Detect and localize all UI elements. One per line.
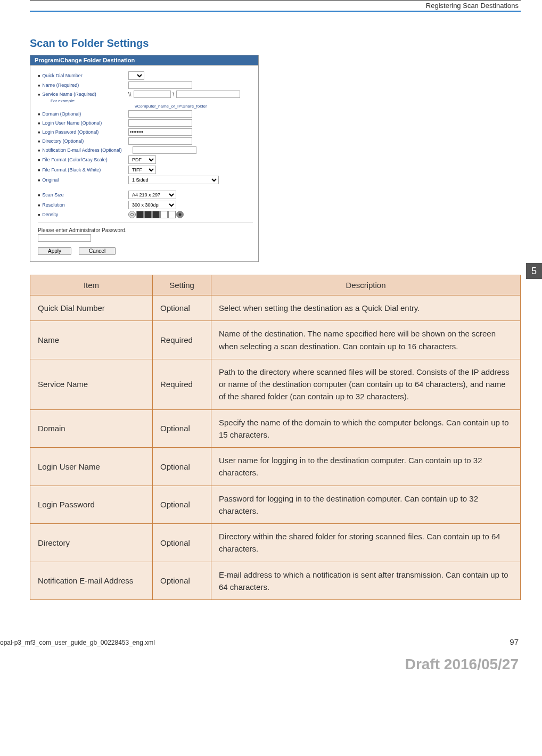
density-step[interactable] <box>152 211 160 218</box>
label-original: Original <box>38 177 128 183</box>
col-description: Description <box>211 275 521 295</box>
admin-pw-label: Please enter Administrator Password. <box>38 227 127 233</box>
label-ff-bw: File Format (Black & White) <box>38 167 128 172</box>
cancel-button[interactable]: Cancel <box>79 247 116 255</box>
draft-watermark: Draft 2016/05/27 <box>0 656 521 673</box>
col-item: Item <box>30 275 153 295</box>
footer-filename: opal-p3_mf3_com_user_guide_gb_00228453_e… <box>0 639 155 646</box>
directory-input[interactable] <box>128 137 192 145</box>
table-row: NameRequiredName of the destination. The… <box>30 321 521 359</box>
ff-color-select[interactable]: PDF <box>128 155 156 164</box>
service-share-input[interactable] <box>176 91 240 98</box>
table-row: Login User NameOptionalUser name for log… <box>30 448 521 486</box>
table-row: Quick Dial NumberOptionalSelect when set… <box>30 295 521 321</box>
page-heading: Scan to Folder Settings <box>30 37 521 50</box>
density-lighter-icon[interactable] <box>128 211 136 218</box>
quick-dial-select[interactable] <box>128 71 144 80</box>
domain-input[interactable] <box>128 110 192 118</box>
table-row: Notification E-mail AddressOptionalE-mai… <box>30 562 521 600</box>
label-login-user: Login User Name (Optional) <box>38 120 128 126</box>
label-resolution: Resolution <box>38 202 128 208</box>
label-notif: Notification E-mail Address (Optional) <box>38 147 133 153</box>
apply-button[interactable]: Apply <box>38 247 71 255</box>
example-label: For example: <box>51 98 76 103</box>
density-darker-icon[interactable] <box>176 211 184 218</box>
density-step[interactable] <box>144 211 152 218</box>
header-section-title: Registering Scan Destinations <box>30 0 521 12</box>
density-control[interactable] <box>128 211 253 218</box>
label-domain: Domain (Optional) <box>38 111 128 117</box>
admin-pw-input[interactable] <box>38 234 91 242</box>
label-directory: Directory (Optional) <box>38 138 128 144</box>
label-quick-dial: Quick Dial Number <box>38 73 128 78</box>
ff-bw-select[interactable]: TIFF <box>128 166 156 174</box>
login-pw-input[interactable] <box>128 128 192 136</box>
table-row: Service NameRequiredPath to the director… <box>30 359 521 409</box>
label-ff-color: File Format (Color/Gray Scale) <box>38 157 128 162</box>
settings-description-table: Item Setting Description Quick Dial Numb… <box>30 275 521 600</box>
scan-size-select[interactable]: A4 210 x 297 <box>128 191 176 199</box>
col-setting: Setting <box>153 275 211 295</box>
login-user-input[interactable] <box>128 119 192 127</box>
table-row: DomainOptionalSpecify the name of the do… <box>30 409 521 448</box>
density-step[interactable] <box>168 211 176 218</box>
panel-title: Program/Change Folder Destination <box>30 55 258 65</box>
service-prefix: \\ <box>128 92 132 97</box>
example-text: \\Computer_name_or_IP\Share_folder <box>135 104 253 109</box>
table-row: DirectoryOptionalDirectory within the sh… <box>30 524 521 562</box>
service-host-input[interactable] <box>134 91 171 98</box>
density-step[interactable] <box>136 211 144 218</box>
footer-page-number: 97 <box>510 637 519 646</box>
service-sep: \ <box>173 92 175 97</box>
label-service: Service Name (Required) <box>38 92 128 97</box>
svg-point-1 <box>132 214 133 215</box>
resolution-select[interactable]: 300 x 300dpi <box>128 201 176 209</box>
label-scan-size: Scan Size <box>38 192 128 198</box>
label-name: Name (Required) <box>38 83 128 88</box>
density-step[interactable] <box>160 211 168 218</box>
label-density: Density <box>38 212 128 217</box>
svg-point-2 <box>179 213 182 216</box>
table-row: Login PasswordOptionalPassword for loggi… <box>30 486 521 524</box>
settings-panel: Program/Change Folder Destination Quick … <box>30 55 259 262</box>
notif-input[interactable] <box>133 146 196 154</box>
label-login-pw: Login Password (Optional) <box>38 129 128 135</box>
original-select[interactable]: 1 Sided <box>128 176 219 184</box>
chapter-tab: 5 <box>526 263 542 279</box>
name-input[interactable] <box>128 81 192 89</box>
